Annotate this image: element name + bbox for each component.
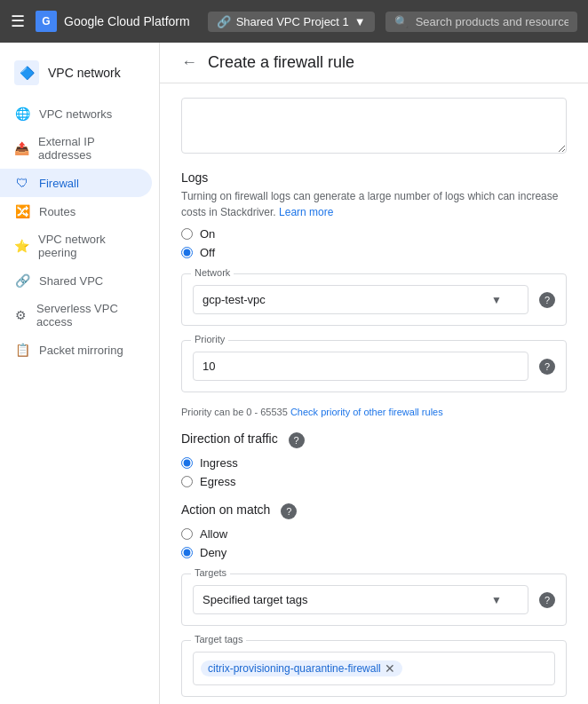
sidebar-item-label: Packet mirroring	[39, 344, 123, 357]
logs-on-radio[interactable]	[181, 228, 193, 240]
direction-ingress-option[interactable]: Ingress	[181, 456, 567, 470]
routes-icon: 🔀	[14, 204, 30, 218]
sidebar-item-serverless-vpc[interactable]: ⚙ Serverless VPC access	[0, 295, 152, 336]
shared-vpc-icon: 🔗	[14, 273, 30, 288]
priority-fieldset: Priority ?	[181, 340, 567, 392]
targets-help-icon[interactable]: ?	[539, 592, 555, 608]
network-help-icon[interactable]: ?	[539, 292, 555, 308]
targets-select-wrapper: Specified target tags All instances in t…	[193, 585, 528, 614]
sidebar-item-vpc-peering[interactable]: ⭐ VPC network peering	[0, 225, 152, 266]
targets-select[interactable]: Specified target tags All instances in t…	[193, 585, 528, 614]
sidebar-item-label: Shared VPC	[39, 274, 103, 288]
logs-heading: Logs	[181, 170, 567, 185]
network-fieldset: Network gcp-test-vpc default ▼ ?	[181, 273, 567, 326]
search-bar[interactable]: 🔍	[385, 12, 577, 32]
targets-fieldset: Targets Specified target tags All instan…	[181, 573, 567, 626]
logs-radio-group: On Off	[181, 227, 567, 259]
logs-on-option[interactable]: On	[181, 227, 567, 241]
project-dropdown-icon: ▼	[354, 15, 366, 28]
action-help-icon[interactable]: ?	[281, 503, 297, 519]
network-group: Network gcp-test-vpc default ▼ ?	[181, 273, 567, 326]
direction-ingress-label: Ingress	[200, 456, 238, 470]
sidebar-item-label: Firewall	[39, 177, 79, 190]
external-ip-icon: 📤	[14, 141, 29, 155]
target-tags-fieldset: Target tags citrix-provisioning-quaranti…	[181, 640, 567, 697]
action-allow-label: Allow	[200, 527, 227, 541]
sidebar-item-firewall[interactable]: 🛡 Firewall	[0, 169, 152, 197]
target-tags-group: Target tags citrix-provisioning-quaranti…	[181, 640, 567, 697]
action-allow-radio[interactable]	[181, 528, 193, 540]
page-title: Create a firewall rule	[208, 53, 354, 72]
sidebar-item-label: Serverless VPC access	[36, 302, 138, 328]
menu-icon[interactable]: ☰	[11, 12, 25, 31]
sidebar-item-packet-mirroring[interactable]: 📋 Packet mirroring	[0, 336, 152, 364]
priority-hint: Priority can be 0 - 65535 Check priority…	[181, 407, 567, 417]
sidebar-header: 🔷 VPC network	[0, 53, 159, 99]
sidebar-item-label: Routes	[39, 205, 75, 218]
page-header: ← Create a firewall rule	[160, 43, 588, 83]
network-select[interactable]: gcp-test-vpc default	[193, 285, 528, 314]
project-selector[interactable]: 🔗 Shared VPC Project 1 ▼	[208, 12, 375, 32]
action-heading: Action on match	[181, 502, 270, 517]
direction-heading: Direction of traffic	[181, 431, 278, 446]
check-priority-link[interactable]: Check priority of other firewall rules	[290, 407, 443, 417]
packet-mirroring-icon: 📋	[14, 343, 30, 357]
logs-group: Logs Turning on firewall logs can genera…	[181, 170, 567, 259]
action-radio-group: Allow Deny	[181, 527, 567, 559]
targets-group: Targets Specified target tags All instan…	[181, 573, 567, 626]
action-deny-label: Deny	[200, 546, 226, 559]
logs-off-label: Off	[200, 246, 215, 259]
sidebar-item-routes[interactable]: 🔀 Routes	[0, 197, 152, 225]
search-input[interactable]	[416, 15, 568, 28]
logs-on-label: On	[200, 227, 215, 241]
logs-desc: Turning on firewall logs can generate a …	[181, 188, 567, 220]
targets-row: Specified target tags All instances in t…	[193, 585, 555, 614]
description-textarea[interactable]	[181, 98, 567, 154]
network-select-wrapper: gcp-test-vpc default ▼	[193, 285, 528, 314]
learn-more-link[interactable]: Learn more	[279, 206, 333, 218]
priority-input[interactable]	[193, 352, 528, 381]
direction-ingress-radio[interactable]	[181, 457, 193, 469]
logs-off-option[interactable]: Off	[181, 246, 567, 259]
action-group: Action on match ? Allow Deny	[181, 502, 567, 559]
direction-egress-option[interactable]: Egress	[181, 475, 567, 488]
main-content: ← Create a firewall rule Logs Turning on…	[160, 43, 588, 704]
priority-row: ?	[193, 352, 555, 381]
direction-radio-group: Ingress Egress	[181, 456, 567, 488]
network-row: gcp-test-vpc default ▼ ?	[193, 285, 555, 314]
sidebar-item-shared-vpc[interactable]: 🔗 Shared VPC	[0, 266, 152, 295]
sidebar-header-icon: 🔷	[14, 60, 39, 85]
form-area: Logs Turning on firewall logs can genera…	[160, 83, 588, 704]
action-allow-option[interactable]: Allow	[181, 527, 567, 541]
tag-chip: citrix-provisioning-quarantine-firewall …	[201, 660, 402, 676]
action-deny-option[interactable]: Deny	[181, 546, 567, 559]
direction-egress-label: Egress	[200, 475, 235, 488]
sidebar: 🔷 VPC network 🌐 VPC networks 📤 External …	[0, 43, 160, 704]
direction-help-icon[interactable]: ?	[289, 432, 305, 448]
priority-group: Priority ? Priority can be 0 - 65535 Che…	[181, 340, 567, 417]
sidebar-item-external-ip[interactable]: 📤 External IP addresses	[0, 128, 152, 169]
serverless-vpc-icon: ⚙	[14, 308, 28, 322]
vpc-networks-icon: 🌐	[14, 107, 30, 121]
back-button[interactable]: ←	[181, 53, 197, 72]
project-icon: 🔗	[217, 15, 231, 28]
project-name: Shared VPC Project 1	[236, 15, 349, 28]
priority-help-icon[interactable]: ?	[539, 359, 555, 375]
sidebar-item-vpc-networks[interactable]: 🌐 VPC networks	[0, 99, 152, 128]
sidebar-item-label: VPC networks	[39, 107, 112, 121]
direction-group: Direction of traffic ? Ingress Egress	[181, 431, 567, 488]
sidebar-item-label: External IP addresses	[38, 135, 138, 162]
direction-egress-radio[interactable]	[181, 476, 193, 487]
targets-legend: Targets	[191, 567, 230, 578]
target-tags-input[interactable]: citrix-provisioning-quarantine-firewall …	[193, 652, 555, 685]
firewall-icon: 🛡	[14, 176, 30, 190]
tag-chip-label: citrix-provisioning-quarantine-firewall	[208, 662, 381, 675]
priority-legend: Priority	[191, 334, 228, 344]
action-deny-radio[interactable]	[181, 547, 193, 558]
tag-chip-remove[interactable]: ✕	[385, 662, 395, 675]
vpc-peering-icon: ⭐	[14, 239, 29, 253]
network-legend: Network	[191, 267, 234, 278]
description-group	[181, 98, 567, 156]
logs-off-radio[interactable]	[181, 247, 193, 258]
sidebar-item-label: VPC network peering	[38, 233, 138, 259]
